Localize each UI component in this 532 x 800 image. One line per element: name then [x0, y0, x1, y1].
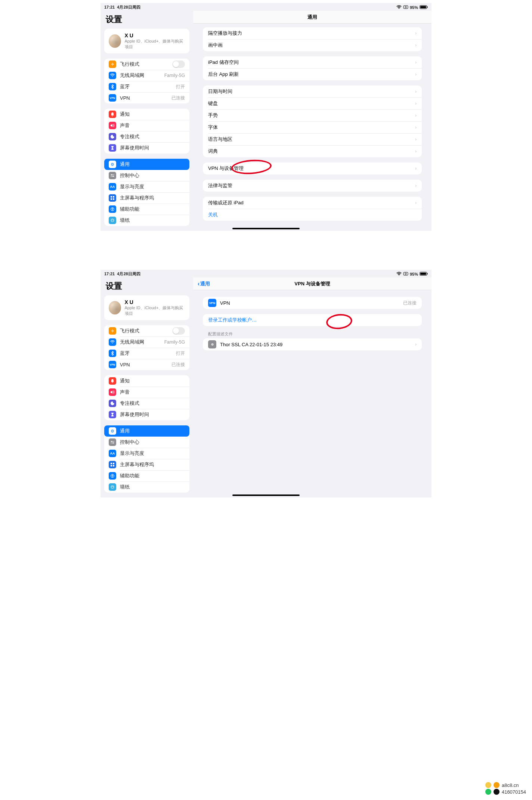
bluetooth-icon	[109, 83, 116, 90]
sidebar-display[interactable]: AA显示与亮度	[104, 181, 189, 192]
chevron-right-icon: ›	[415, 43, 417, 48]
svg-rect-15	[113, 198, 114, 200]
row-dictionary[interactable]: 词典›	[203, 145, 422, 157]
svg-rect-1	[403, 6, 408, 9]
avatar	[109, 301, 121, 314]
display-icon: AA	[109, 450, 116, 457]
grid-icon	[109, 194, 116, 202]
airplane-icon: ✈	[109, 327, 116, 335]
sidebar-bluetooth[interactable]: 蓝牙打开	[104, 348, 189, 359]
chevron-right-icon: ›	[415, 125, 417, 130]
orientation-lock-icon	[403, 272, 408, 276]
row-pip[interactable]: 画中画›	[203, 39, 422, 51]
sidebar-wallpaper[interactable]: 墙纸	[104, 481, 189, 493]
chevron-right-icon: ›	[415, 183, 417, 188]
sidebar-vpn[interactable]: VPNVPN已连接	[104, 359, 189, 370]
row-airplay[interactable]: 隔空播放与接力›	[203, 27, 422, 39]
airplane-toggle[interactable]	[172, 61, 185, 68]
screenshot-vpn-mgmt: 17:21 4月28日周四 95% 设置 X UApple ID、iCloud+…	[100, 270, 432, 497]
svg-rect-20	[403, 272, 408, 275]
svg-rect-12	[111, 196, 112, 198]
row-bgrefresh[interactable]: 后台 App 刷新›	[203, 68, 422, 80]
chevron-right-icon: ›	[415, 101, 417, 106]
status-bar: 17:21 4月28日周四 95%	[100, 270, 432, 277]
svg-point-19	[399, 275, 399, 275]
chevron-right-icon: ›	[415, 60, 417, 65]
sidebar-vpn[interactable]: VPNVPN已连接	[104, 92, 189, 103]
sidebar-general[interactable]: ⚙通用	[104, 425, 189, 437]
row-language[interactable]: 语言与地区›	[203, 133, 422, 145]
screenshot-general: 17:21 4月28日周四 95% 设置 X U Apple ID、iCloud…	[100, 3, 432, 231]
profiles-header: 配置描述文件	[208, 331, 421, 337]
row-shutdown[interactable]: 关机	[203, 209, 422, 221]
sidebar-notifications[interactable]: 通知	[104, 109, 189, 120]
watermark: a8c8.cn 416070154	[485, 781, 526, 795]
account-card[interactable]: X UApple ID、iCloud+、媒体与购买项目	[104, 295, 189, 320]
airplane-toggle[interactable]	[172, 327, 185, 335]
svg-point-21	[405, 273, 406, 275]
sidebar-sound[interactable]: 声音	[104, 387, 189, 398]
sidebar-homescreen[interactable]: 主屏幕与程序坞	[104, 459, 189, 470]
svg-point-17	[112, 208, 113, 209]
home-indicator[interactable]	[232, 494, 300, 496]
accessibility-icon	[109, 472, 116, 480]
sidebar-notifications[interactable]: 通知	[104, 375, 189, 387]
sidebar-screentime[interactable]: 屏幕使用时间	[104, 409, 189, 420]
row-signin-work[interactable]: 登录工作或学校帐户…	[203, 314, 422, 326]
wallpaper-icon	[109, 483, 116, 491]
battery-level: 95%	[410, 5, 418, 10]
general-pane: 通用 隔空播放与接力› 画中画› iPad 储存空间› 后台 App 刷新› 日…	[193, 11, 432, 230]
vpn-mgmt-pane: ‹通用 VPN 与设备管理 VPN VPN 已连接 登录工作或学校帐户… 配置描…	[193, 277, 432, 497]
focus-icon	[109, 133, 116, 140]
sidebar-focus[interactable]: 专注模式	[104, 131, 189, 142]
sidebar-control-center[interactable]: 控制中心	[104, 170, 189, 181]
account-name: X U	[125, 32, 185, 38]
sidebar-wifi[interactable]: 无线局域网Family-5G	[104, 70, 189, 81]
row-fonts[interactable]: 字体›	[203, 121, 422, 133]
sidebar-sound[interactable]: 声音	[104, 120, 189, 131]
account-card[interactable]: X U Apple ID、iCloud+、媒体与购买项目	[104, 29, 189, 53]
wechat-icon	[485, 789, 491, 795]
svg-rect-32	[113, 463, 114, 464]
sidebar-general[interactable]: ⚙通用	[104, 159, 189, 170]
sidebar-wifi[interactable]: 无线局域网Family-5G	[104, 337, 189, 348]
screentime-icon	[109, 411, 116, 418]
sidebar-homescreen[interactable]: 主屏幕与程序坞	[104, 192, 189, 204]
svg-rect-13	[113, 196, 114, 198]
home-indicator[interactable]	[232, 228, 300, 229]
accessibility-icon	[109, 205, 116, 213]
wifi-icon	[396, 272, 402, 276]
row-legal[interactable]: 法律与监管›	[203, 180, 422, 192]
sidebar-bluetooth[interactable]: 蓝牙打开	[104, 81, 189, 92]
focus-icon	[109, 400, 116, 407]
svg-rect-33	[111, 465, 112, 466]
sidebar-wallpaper[interactable]: 墙纸	[104, 215, 189, 226]
vpn-icon: VPN	[109, 94, 116, 102]
row-transfer-reset[interactable]: 传输或还原 iPad›	[203, 197, 422, 209]
chevron-right-icon: ›	[415, 72, 417, 77]
svg-rect-5	[427, 6, 428, 8]
gear-icon: ⚙	[109, 427, 116, 435]
bluetooth-icon	[109, 350, 116, 357]
row-keyboard[interactable]: 键盘›	[203, 97, 422, 109]
sidebar-accessibility[interactable]: 辅助功能	[104, 204, 189, 215]
sidebar-display[interactable]: AA显示与亮度	[104, 448, 189, 459]
sidebar-accessibility[interactable]: 辅助功能	[104, 470, 189, 481]
row-gestures[interactable]: 手势›	[203, 109, 422, 121]
svg-rect-34	[113, 465, 114, 466]
vpn-icon: VPN	[208, 299, 216, 307]
sidebar-screentime[interactable]: 屏幕使用时间	[104, 142, 189, 154]
row-storage[interactable]: iPad 储存空间›	[203, 56, 422, 68]
row-datetime[interactable]: 日期与时间›	[203, 86, 422, 97]
chevron-right-icon: ›	[415, 113, 417, 118]
row-vpn[interactable]: VPN VPN 已连接	[203, 297, 422, 309]
sidebar-airplane[interactable]: ✈飞行模式	[104, 59, 189, 70]
back-button[interactable]: ‹通用	[198, 280, 210, 287]
row-profile[interactable]: ⚙ Thor SSL CA 22-01-15 23:49 ›	[203, 338, 422, 350]
sidebar-airplane[interactable]: ✈飞行模式	[104, 325, 189, 337]
wallpaper-icon	[109, 217, 116, 224]
sidebar-focus[interactable]: 专注模式	[104, 398, 189, 409]
avatar	[109, 34, 121, 48]
sidebar-control-center[interactable]: 控制中心	[104, 437, 189, 448]
qq-icon	[494, 789, 499, 795]
